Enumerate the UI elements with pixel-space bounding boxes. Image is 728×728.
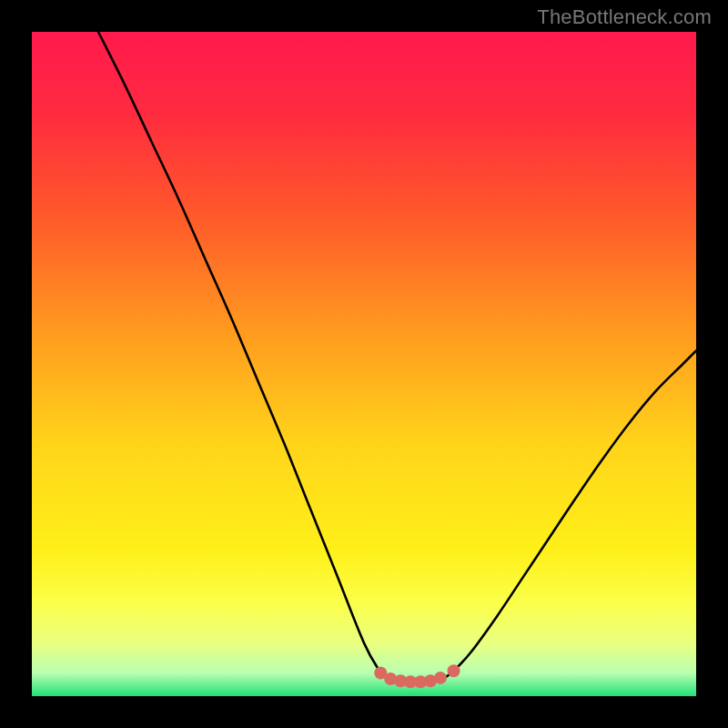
bottom-marker	[434, 672, 447, 684]
watermark-text: TheBottleneck.com	[537, 5, 712, 29]
chart-frame: TheBottleneck.com	[0, 0, 728, 728]
plot-area	[32, 32, 696, 696]
bottom-marker	[448, 664, 460, 677]
curve-layer	[32, 32, 696, 696]
bottleneck-curve	[98, 32, 696, 682]
